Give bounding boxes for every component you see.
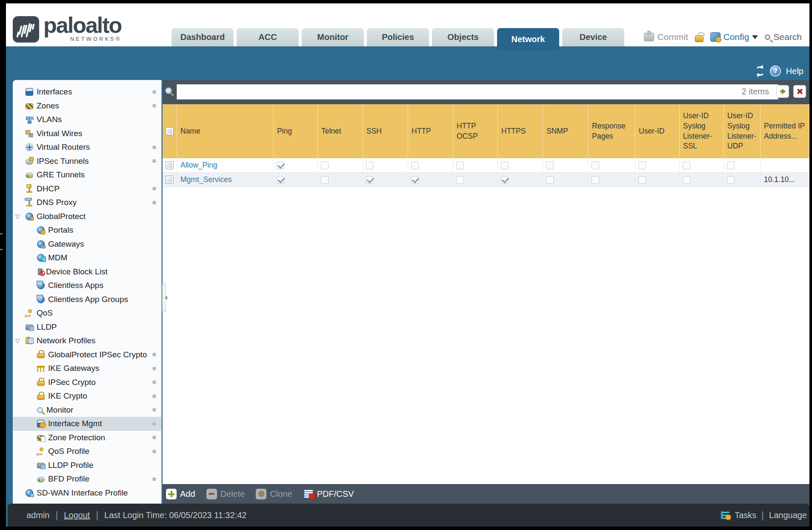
global-search-button[interactable]: Search — [765, 32, 802, 42]
row-select-checkbox[interactable] — [166, 176, 174, 184]
tab-dashboard[interactable]: Dashboard — [172, 28, 234, 46]
user-id-checkbox[interactable] — [638, 176, 646, 184]
sidebar-item-interfaces[interactable]: Interfaces — [13, 85, 161, 99]
ssh-checkbox[interactable] — [366, 162, 374, 169]
tab-device[interactable]: Device — [562, 28, 624, 46]
sidebar-item-monitor[interactable]: Monitor — [13, 403, 161, 417]
http-ocsp-checkbox[interactable] — [456, 176, 464, 184]
tab-monitor[interactable]: Monitor — [302, 28, 364, 46]
tab-objects[interactable]: Objects — [432, 28, 494, 46]
column-header-user_id[interactable]: User-ID — [635, 104, 680, 158]
sidebar-item-zones[interactable]: Zones — [13, 99, 161, 113]
sidebar-item-qos-profile[interactable]: QoS Profile — [13, 445, 161, 459]
tab-network[interactable]: Network — [497, 28, 559, 51]
response-pages-checkbox[interactable] — [592, 176, 599, 184]
filter-search-input[interactable] — [177, 84, 778, 100]
telnet-checkbox[interactable] — [321, 176, 329, 184]
sidebar-item-portals[interactable]: Portals — [13, 223, 161, 237]
sidebar-item-clientless-app-groups[interactable]: Clientless App Groups — [13, 293, 161, 307]
row-select-checkbox[interactable] — [166, 161, 174, 169]
apply-filter-button[interactable] — [776, 85, 789, 98]
tab-acc[interactable]: ACC — [237, 28, 299, 46]
uid-syslog-udp-checkbox[interactable] — [727, 176, 735, 184]
commit-button[interactable]: Commit — [644, 32, 688, 42]
https-checkbox[interactable] — [501, 176, 509, 184]
sidebar-item-interface-mgmt[interactable]: Interface Mgmt — [13, 417, 161, 431]
sidebar-item-dhcp[interactable]: DHCP — [13, 182, 161, 196]
column-header-http[interactable]: HTTP — [408, 104, 453, 158]
column-header-sel[interactable] — [163, 104, 177, 158]
tasks-icon[interactable] — [721, 511, 729, 519]
sidebar-item-globalprotect[interactable]: ▽GlobalProtect — [13, 210, 161, 224]
sidebar-item-lldp[interactable]: LLDP — [13, 320, 161, 334]
unlock-icon[interactable] — [695, 35, 703, 42]
help-label[interactable]: Help — [786, 66, 803, 76]
sidebar-item-bfd-profile[interactable]: BFD Profile — [13, 472, 161, 486]
user-id-checkbox[interactable] — [638, 162, 646, 169]
sidebar-item-ike-gateways[interactable]: IKE Gateways — [13, 362, 161, 376]
column-header-http_ocsp[interactable]: HTTP OCSP — [453, 104, 498, 158]
sidebar-item-mdm[interactable]: MDM — [13, 251, 161, 265]
expand-triangle-icon[interactable]: ▽ — [15, 213, 22, 220]
https-checkbox[interactable] — [501, 162, 509, 169]
column-header-permitted_ip[interactable]: Permitted IP Address... — [761, 104, 809, 158]
sidebar-item-device-block-list[interactable]: Device Block List — [13, 265, 161, 279]
tasks-link[interactable]: Tasks — [735, 510, 756, 520]
http-ocsp-checkbox[interactable] — [456, 162, 464, 169]
telnet-checkbox[interactable] — [321, 162, 329, 169]
sidebar-item-virtual-wires[interactable]: Virtual Wires — [13, 127, 161, 141]
column-header-snmp[interactable]: SNMP — [543, 104, 589, 158]
delete-button[interactable]: Delete — [206, 489, 245, 499]
refresh-icon[interactable] — [755, 66, 765, 76]
column-header-uid_syslog_ssl[interactable]: User-ID Syslog Listener-SSL — [680, 104, 724, 158]
sidebar-item-gateways[interactable]: Gateways — [13, 237, 161, 251]
ping-checkbox[interactable] — [277, 162, 284, 169]
response-pages-checkbox[interactable] — [592, 162, 599, 169]
pdf-csv-button[interactable]: PDF/CSV — [303, 489, 354, 499]
sidebar-item-ipsec-tunnels[interactable]: IPSec Tunnels — [13, 154, 161, 168]
http-checkbox[interactable] — [411, 162, 419, 169]
column-header-ssh[interactable]: SSH — [363, 104, 408, 158]
profile-name-link[interactable]: Mgmt_Services — [180, 175, 232, 184]
sidebar-item-ike-crypto[interactable]: IKE Crypto — [13, 389, 161, 403]
sidebar-item-clientless-apps[interactable]: Clientless Apps — [13, 279, 161, 293]
column-header-response_pages[interactable]: Response Pages — [589, 104, 635, 158]
sidebar-item-gre-tunnels[interactable]: GRE Tunnels — [13, 168, 161, 182]
sidebar-item-zone-protection[interactable]: Zone Protection — [13, 431, 161, 445]
profile-name-link[interactable]: Allow_Ping — [180, 161, 217, 170]
select-all-checkbox[interactable] — [166, 127, 174, 135]
sidebar-collapse-handle[interactable] — [162, 284, 166, 312]
clone-button[interactable]: Clone — [256, 489, 292, 499]
sidebar-item-ipsec-crypto[interactable]: IPSec Crypto — [13, 376, 161, 390]
snmp-checkbox[interactable] — [546, 162, 554, 169]
ssh-checkbox[interactable] — [366, 176, 374, 184]
expand-triangle-icon[interactable]: ▽ — [15, 337, 22, 344]
http-checkbox[interactable] — [411, 176, 419, 184]
uid-syslog-ssl-checkbox[interactable] — [683, 176, 690, 184]
column-header-telnet[interactable]: Telnet — [318, 104, 363, 158]
help-icon[interactable]: ? — [770, 66, 781, 77]
language-link[interactable]: Language — [769, 510, 807, 520]
column-header-name[interactable]: Name — [177, 104, 274, 158]
tab-policies[interactable]: Policies — [367, 28, 429, 46]
column-header-https[interactable]: HTTPS — [498, 104, 543, 158]
sidebar-item-dns-proxy[interactable]: DNS Proxy — [13, 196, 161, 210]
logout-link[interactable]: Logout — [64, 510, 90, 520]
column-header-ping[interactable]: Ping — [274, 104, 318, 158]
virtual-router-icon — [26, 143, 33, 151]
uid-syslog-udp-checkbox[interactable] — [727, 162, 735, 169]
sidebar-item-vlans[interactable]: VLANs — [13, 113, 161, 127]
snmp-checkbox[interactable] — [546, 176, 554, 184]
uid-syslog-ssl-checkbox[interactable] — [683, 162, 690, 169]
sidebar-item-virtual-routers[interactable]: Virtual Routers — [13, 140, 161, 154]
config-menu-button[interactable]: Config — [710, 32, 758, 42]
sidebar-item-sd-wan-interface-profile[interactable]: SD-WAN Interface Profile — [13, 486, 161, 500]
sidebar-item-globalprotect-ipsec-crypto[interactable]: GlobalProtect IPSec Crypto — [13, 348, 161, 362]
sidebar-item-qos[interactable]: QoS — [13, 306, 161, 320]
add-button[interactable]: Add — [166, 489, 195, 499]
clear-filter-button[interactable] — [793, 85, 806, 98]
column-header-uid_syslog_udp[interactable]: User-ID Syslog Listener-UDP — [724, 104, 761, 158]
sidebar-item-lldp-profile[interactable]: LLDP Profile — [13, 459, 161, 473]
sidebar-item-network-profiles[interactable]: ▽Network Profiles — [13, 334, 161, 348]
ping-checkbox[interactable] — [277, 176, 284, 184]
